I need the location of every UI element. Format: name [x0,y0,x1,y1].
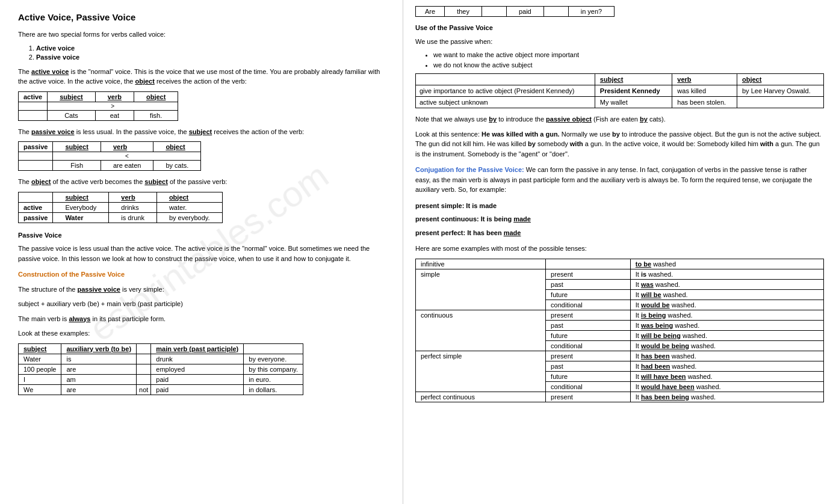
structure-desc: The structure of the passive voice is ve… [18,284,391,295]
passive-voice-heading: Passive Voice [18,230,391,241]
example-present-continuous: present continuous: It is being made [415,214,824,224]
use-bullet-1: we want to make the active object more i… [433,51,824,58]
left-column: Active Voice, Passive Voice There are tw… [0,0,403,504]
main-verb-note: The main verb is always in its past part… [18,314,391,324]
list-item-1: Active voice [36,45,391,52]
use-desc: We use the passive when: [415,37,824,47]
example-present-perfect: present perfect: It has been made [415,228,824,238]
formula: subject + auxiliary verb (be) + main ver… [18,299,391,309]
passive-voice-table: passive subject verb object < Fish are e… [18,141,201,171]
page-title: Active Voice, Passive Voice [18,12,391,22]
voice-list: Active voice Passive voice [36,45,391,61]
object-desc: The object of the active verb becomes th… [18,177,391,187]
use-bullets-list: we want to make the active object more i… [433,51,824,69]
example-present-simple: present simple: It is made [415,201,824,211]
list-item-2: Passive voice [36,54,391,61]
use-title: Use of the Passive Voice [415,23,824,33]
with-note: Look at this sentence: He was killed wit… [415,129,824,159]
conjugation-desc: Conjugation for the Passive Voice: We ca… [415,165,824,195]
by-note: Note that we always use by to introduce … [415,114,824,124]
examples-intro: Look at these examples: [18,328,391,339]
construction-title: Construction of the Passive Voice [18,269,391,280]
importance-table: subject verb object give importance to a… [415,73,824,108]
examples-table: subject auxiliary verb (to be) main verb… [18,343,303,395]
active-voice-table: active subject verb object > Cats eat fi… [18,91,178,121]
tenses-intro: Here are some examples with most of the … [415,244,824,254]
right-column: Are they paid in yen? Use of the Passive… [403,0,836,504]
tenses-table: infinitive to be washed simple present I… [415,259,824,402]
compare-table: subject verb object active Everybody dri… [18,192,223,223]
top-question-table: Are they paid in yen? [415,6,615,17]
intro-text: There are two special forms for verbs ca… [18,29,391,40]
passive-voice-desc: The passive voice is less usual than the… [18,244,391,263]
use-bullet-2: we do not know the active subject [433,61,824,69]
passive-desc: The passive voice is less usual. In the … [18,127,391,137]
active-desc: The active voice is the "normal" voice. … [18,67,391,87]
